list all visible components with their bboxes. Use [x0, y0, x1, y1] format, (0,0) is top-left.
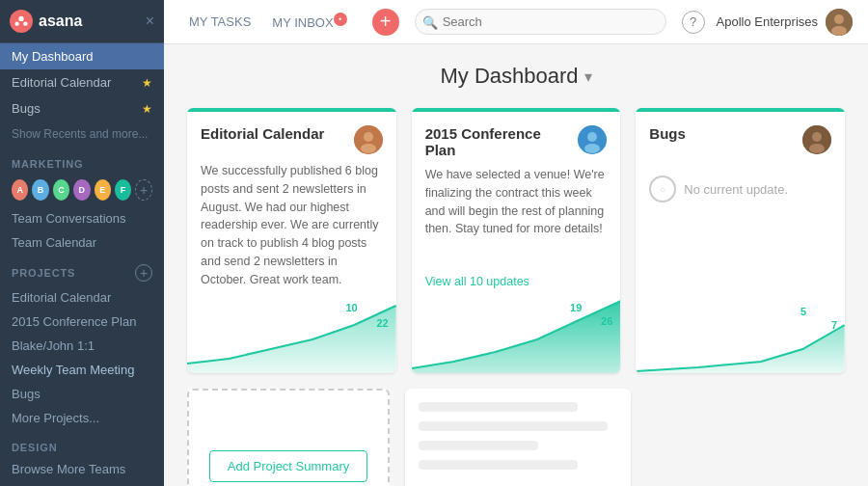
show-recents-label: Show Recents and more...	[12, 127, 152, 141]
add-task-button[interactable]: +	[372, 9, 399, 36]
svg-marker-17	[636, 325, 845, 373]
project-conference-label: 2015 Conference Plan	[12, 314, 136, 329]
card-chart-conference: 19 26	[412, 296, 621, 373]
chart-label-top: 19	[570, 302, 582, 313]
svg-point-2	[23, 21, 27, 25]
starred-item-bugs-label: Bugs	[12, 101, 142, 116]
svg-marker-9	[187, 306, 396, 373]
my-inbox-label: MY INBOX	[272, 16, 333, 31]
chart-label-bottom: 7	[831, 319, 837, 331]
starred-item-label: Editorial Calendar	[12, 75, 142, 90]
sidebar-item-bugs-project[interactable]: Bugs	[0, 382, 164, 406]
close-button[interactable]: ×	[146, 13, 154, 30]
avatar: F	[115, 179, 131, 201]
avatar: B	[32, 179, 48, 201]
search-icon: 🔍	[422, 14, 438, 29]
add-project-card: Add Project Summary	[187, 389, 390, 486]
my-inbox-nav[interactable]: MY INBOX•	[262, 9, 356, 34]
sidebar-item-conference-plan[interactable]: 2015 Conference Plan	[0, 310, 164, 334]
user-info[interactable]: Apollo Enterprises	[717, 9, 854, 36]
add-member-button[interactable]: +	[135, 179, 152, 201]
card-conference-plan: 2015 Conference Plan We have selected a …	[412, 108, 621, 373]
svg-point-12	[584, 144, 600, 153]
placeholder-line	[419, 421, 608, 431]
placeholder-card-1	[405, 389, 631, 486]
sidebar-item-editorial-calendar[interactable]: Editorial Calendar	[0, 285, 164, 310]
inbox-badge: •	[334, 13, 347, 26]
placeholder-line	[419, 402, 578, 412]
cards-row-1: Editorial Calendar We successfully publi…	[187, 108, 845, 373]
sidebar-item-team-conversations[interactable]: Team Conversations	[0, 206, 164, 230]
marketing-section-label: Marketing	[0, 147, 164, 174]
topbar: MY TASKS MY INBOX• + 🔍 ? Apollo Enterpri…	[164, 0, 868, 44]
app-logo: asana	[10, 10, 82, 33]
dashboard-title-arrow[interactable]: ▾	[584, 68, 592, 86]
svg-point-5	[831, 26, 847, 36]
team-calendar-label: Team Calendar	[12, 235, 96, 250]
card-avatar	[802, 125, 831, 154]
avatar: A	[12, 179, 28, 201]
card-editorial-calendar: Editorial Calendar We successfully publi…	[187, 108, 396, 373]
card-link[interactable]: View all 10 updates	[412, 275, 621, 296]
no-update-section: ○ No current update.	[636, 162, 845, 216]
dashboard-title: My Dashboard	[440, 64, 578, 89]
card-header: 2015 Conference Plan	[412, 112, 621, 166]
project-editorial-label: Editorial Calendar	[12, 290, 111, 305]
no-update-icon: ○	[649, 176, 676, 202]
my-tasks-nav[interactable]: MY TASKS	[179, 11, 260, 33]
user-name: Apollo Enterprises	[717, 14, 819, 29]
star-icon-bugs: ★	[142, 102, 152, 116]
dashboard-title-container: My Dashboard ▾	[187, 64, 845, 89]
project-weekly-label: Weekly Team Meeting	[12, 363, 134, 377]
projects-section-label: PROJECTS	[12, 267, 75, 279]
add-icon: +	[380, 11, 392, 33]
sidebar-item-blake-john[interactable]: Blake/John 1:1	[0, 334, 164, 358]
add-project-button[interactable]: +	[135, 264, 152, 282]
sidebar-header: asana ×	[0, 0, 164, 43]
sidebar-item-weekly-team[interactable]: Weekly Team Meeting	[0, 358, 164, 382]
svg-point-1	[14, 21, 18, 25]
sidebar-item-bugs-starred[interactable]: Bugs ★	[0, 95, 164, 122]
svg-point-0	[18, 16, 23, 21]
sidebar-item-browse-teams[interactable]: Browse More Teams	[0, 457, 164, 481]
sidebar-my-dashboard-label: My Dashboard	[12, 49, 152, 64]
dashboard-content: My Dashboard ▾ Editorial Calendar We suc…	[164, 44, 868, 486]
card-chart-editorial: 10 22	[187, 296, 396, 373]
card-body: We successfully published 6 blog posts a…	[187, 162, 396, 296]
team-conversations-label: Team Conversations	[12, 211, 126, 226]
svg-point-4	[834, 14, 844, 24]
card-body: We have selected a venue! We're finalizi…	[412, 166, 621, 275]
sidebar-item-team-calendar[interactable]: Team Calendar	[0, 230, 164, 255]
search-input[interactable]	[415, 9, 666, 35]
card-bugs: Bugs ○ No current update.	[636, 108, 845, 373]
no-update-text: No current update.	[684, 182, 788, 197]
card-chart-bugs: 5 7	[636, 296, 845, 373]
sidebar-item-tags[interactable]: ▶ Tags	[0, 481, 164, 486]
card-avatar	[578, 125, 607, 154]
sidebar-item-show-recents[interactable]: Show Recents and more...	[0, 122, 164, 147]
help-button[interactable]: ?	[682, 11, 705, 34]
sidebar-item-my-dashboard[interactable]: My Dashboard	[0, 43, 164, 69]
search-bar: 🔍	[415, 9, 666, 35]
logo-text: asana	[39, 13, 82, 30]
card-title: Editorial Calendar	[201, 125, 344, 142]
user-avatar	[826, 9, 853, 36]
chart-label-bottom: 26	[601, 315, 612, 327]
svg-point-8	[361, 144, 376, 153]
avatar: C	[53, 179, 69, 201]
placeholder-line	[419, 460, 578, 470]
star-icon: ★	[142, 76, 152, 90]
browse-teams-label: Browse More Teams	[12, 462, 125, 476]
sidebar-item-more-projects[interactable]: More Projects...	[0, 406, 164, 430]
card-header: Bugs	[636, 112, 845, 162]
chart-label-top: 5	[800, 306, 806, 317]
card-header: Editorial Calendar	[187, 112, 396, 162]
project-bugs-label: Bugs	[12, 387, 41, 401]
sidebar-item-editorial-calendar-starred[interactable]: Editorial Calendar ★	[0, 69, 164, 95]
card-title: Bugs	[649, 125, 793, 142]
card-avatar	[354, 125, 383, 154]
add-project-summary-button[interactable]: Add Project Summary	[209, 450, 367, 482]
chart-label-bottom: 22	[376, 317, 388, 329]
placeholder-line	[419, 441, 538, 450]
sidebar: asana × My Dashboard Editorial Calendar …	[0, 0, 164, 486]
